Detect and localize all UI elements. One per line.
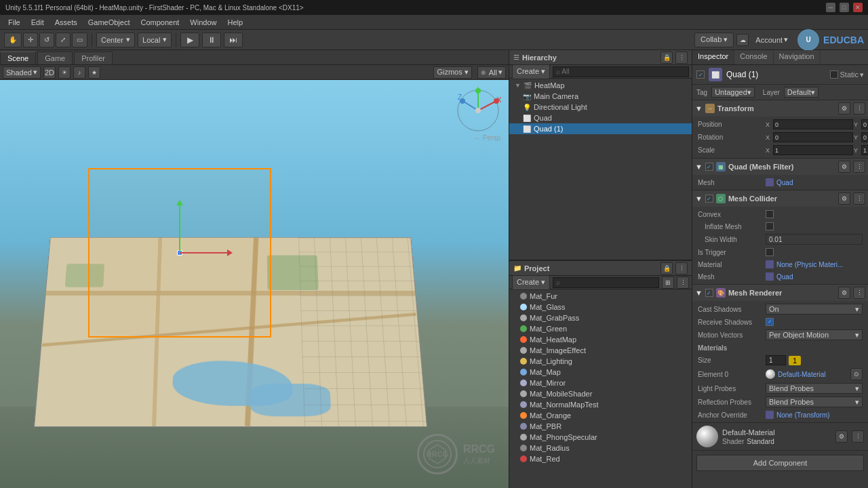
- element0-pick-btn[interactable]: ⊙: [850, 368, 863, 380]
- layer-dropdown[interactable]: Default▾: [784, 87, 818, 98]
- meshrenderer-settings-btn[interactable]: ⚙: [838, 287, 850, 299]
- tab-profiler[interactable]: Profiler: [74, 52, 113, 64]
- play-button[interactable]: ▶: [180, 33, 199, 47]
- hier-item-heatmap[interactable]: ▼ 🎬 HeatMap: [509, 80, 692, 91]
- project-create-btn[interactable]: Create ▾: [512, 275, 550, 290]
- project-lock-btn[interactable]: 🔒: [660, 262, 673, 274]
- mesh-collider-header[interactable]: ▼ ⬡ Mesh Collider ⚙ ⋮: [692, 190, 868, 207]
- rot-y-input[interactable]: [861, 132, 868, 142]
- menu-component[interactable]: Component: [135, 17, 184, 28]
- project-view-btn[interactable]: ⊞: [662, 277, 674, 289]
- hier-item-dirlight[interactable]: 💡 Directional Light: [509, 102, 692, 113]
- gizmo-widget[interactable]: Y X Z: [454, 87, 502, 134]
- hierarchy-more-btn[interactable]: ⋮: [675, 52, 688, 64]
- menu-file[interactable]: File: [3, 17, 26, 28]
- proj-item-mat-phongspecular[interactable]: Mat_PhongSpecular: [509, 432, 692, 443]
- hier-item-maincamera[interactable]: 📷 Main Camera: [509, 91, 692, 102]
- skin-width-input[interactable]: [766, 234, 863, 245]
- project-more-btn[interactable]: ⋮: [675, 262, 688, 274]
- mesh-renderer-header[interactable]: ▼ 🎨 Mesh Renderer ⚙ ⋮: [692, 285, 868, 301]
- menu-gameobject[interactable]: GameObject: [83, 17, 136, 28]
- hier-item-quad1[interactable]: ⬜ Quad (1): [509, 123, 692, 134]
- pos-x-input[interactable]: [773, 119, 853, 129]
- tab-inspector[interactable]: Inspector: [692, 50, 734, 64]
- hierarchy-create-btn[interactable]: Create ▾: [512, 64, 550, 79]
- static-checkbox-area[interactable]: Static ▾: [830, 70, 864, 79]
- meshfilter-more-btn[interactable]: ⋮: [853, 161, 865, 173]
- proj-item-mat-heatmap[interactable]: Mat_HeatMap: [509, 334, 692, 345]
- static-checkbox[interactable]: [830, 70, 838, 79]
- proj-item-mat-imageeffect[interactable]: Mat_ImageEffect: [509, 345, 692, 356]
- tab-console[interactable]: Console: [734, 50, 773, 64]
- meshcollider-enable-checkbox[interactable]: [705, 195, 713, 203]
- proj-item-mat-red[interactable]: Mat_Red: [509, 453, 692, 464]
- maximize-button[interactable]: □: [840, 3, 849, 12]
- object-active-checkbox[interactable]: [696, 70, 705, 79]
- scene-viewport[interactable]: Y X Z ← Persp: [0, 80, 509, 488]
- transform-more-btn[interactable]: ⋮: [853, 102, 865, 115]
- proj-item-mat-green[interactable]: Mat_Green: [509, 323, 692, 334]
- proj-item-mat-grabpass[interactable]: Mat_GrabPass: [509, 312, 692, 323]
- light-probes-dropdown[interactable]: Blend Probes ▾: [766, 383, 863, 394]
- move-tool[interactable]: ✛: [23, 33, 38, 47]
- meshcollider-more-btn[interactable]: ⋮: [853, 192, 865, 205]
- default-mat-settings-btn[interactable]: ⚙: [835, 430, 848, 443]
- meshcollider-settings-btn[interactable]: ⚙: [838, 192, 850, 205]
- proj-item-mat-orange[interactable]: Mat_Orange: [509, 410, 692, 421]
- account-dropdown[interactable]: Account▾: [751, 34, 792, 45]
- minimize-button[interactable]: ─: [826, 3, 835, 12]
- menu-assets[interactable]: Assets: [50, 17, 83, 28]
- cloud-button[interactable]: ☁: [736, 34, 749, 46]
- step-button[interactable]: ⏭: [224, 33, 243, 47]
- motion-vectors-dropdown[interactable]: Per Object Motion ▾: [766, 329, 863, 340]
- proj-item-mat-mirror[interactable]: Mat_Mirror: [509, 378, 692, 388]
- project-search[interactable]: [553, 277, 659, 288]
- tab-navigation[interactable]: Navigation: [774, 50, 821, 64]
- hier-item-quad[interactable]: ⬜ Quad: [509, 113, 692, 123]
- inflate-mesh-checkbox[interactable]: [766, 222, 774, 230]
- meshfilter-enable-checkbox[interactable]: [705, 163, 713, 171]
- all-layers-dropdown[interactable]: ⊕ All▾: [477, 66, 506, 79]
- meshrenderer-enable-checkbox[interactable]: [705, 289, 713, 297]
- menu-edit[interactable]: Edit: [26, 17, 50, 28]
- proj-item-mat-glass[interactable]: Mat_Glass: [509, 302, 692, 312]
- receive-shadows-checkbox[interactable]: [766, 318, 774, 326]
- collab-button[interactable]: Collab ▾: [694, 33, 734, 47]
- proj-item-mat-normalmaptest[interactable]: Mat_NormalMapTest: [509, 399, 692, 410]
- project-opts-btn[interactable]: ⋮: [677, 277, 689, 289]
- tab-game[interactable]: Game: [37, 52, 73, 64]
- scale-tool[interactable]: ⤢: [56, 33, 71, 47]
- add-component-button[interactable]: Add Component: [696, 455, 864, 471]
- hand-tool[interactable]: ✋: [4, 33, 22, 47]
- fx-button[interactable]: ★: [88, 66, 100, 79]
- lighting-button[interactable]: ☀: [58, 66, 71, 79]
- proj-item-mat-pbr[interactable]: Mat_PBR: [509, 421, 692, 432]
- menu-window[interactable]: Window: [184, 17, 222, 28]
- rotate-tool[interactable]: ↺: [39, 33, 54, 47]
- hierarchy-search[interactable]: [553, 66, 689, 77]
- tag-dropdown[interactable]: Untagged▾: [711, 87, 755, 98]
- scale-y-input[interactable]: [861, 145, 868, 155]
- default-mat-more-btn[interactable]: ⋮: [852, 430, 864, 443]
- 2d-button[interactable]: 2D: [43, 66, 56, 79]
- menu-help[interactable]: Help: [222, 17, 248, 28]
- pos-y-input[interactable]: [861, 119, 868, 129]
- is-trigger-checkbox[interactable]: [766, 248, 774, 256]
- close-button[interactable]: ✕: [853, 3, 863, 12]
- meshrenderer-more-btn[interactable]: ⋮: [853, 287, 865, 299]
- pause-button[interactable]: ⏸: [202, 33, 221, 47]
- proj-item-mat-radius[interactable]: Mat_Radius: [509, 443, 692, 453]
- hierarchy-lock-btn[interactable]: 🔒: [660, 52, 673, 64]
- proj-item-mat-mobileshader[interactable]: Mat_MobileShader: [509, 388, 692, 399]
- reflection-probes-dropdown[interactable]: Blend Probes ▾: [766, 396, 863, 407]
- audio-button[interactable]: ♪: [73, 66, 85, 79]
- scale-x-input[interactable]: [773, 145, 853, 155]
- shade-mode-dropdown[interactable]: Shaded▾: [3, 66, 41, 79]
- proj-item-mat-map[interactable]: Mat_Map: [509, 367, 692, 378]
- transform-settings-btn[interactable]: ⚙: [838, 102, 850, 115]
- pivot-dropdown[interactable]: Center▾: [96, 33, 135, 47]
- tab-scene[interactable]: Scene: [0, 52, 36, 64]
- object-name[interactable]: Quad (1): [726, 70, 826, 79]
- cast-shadows-dropdown[interactable]: On ▾: [766, 304, 863, 314]
- gizmos-dropdown[interactable]: Gizmos ▾: [433, 66, 471, 79]
